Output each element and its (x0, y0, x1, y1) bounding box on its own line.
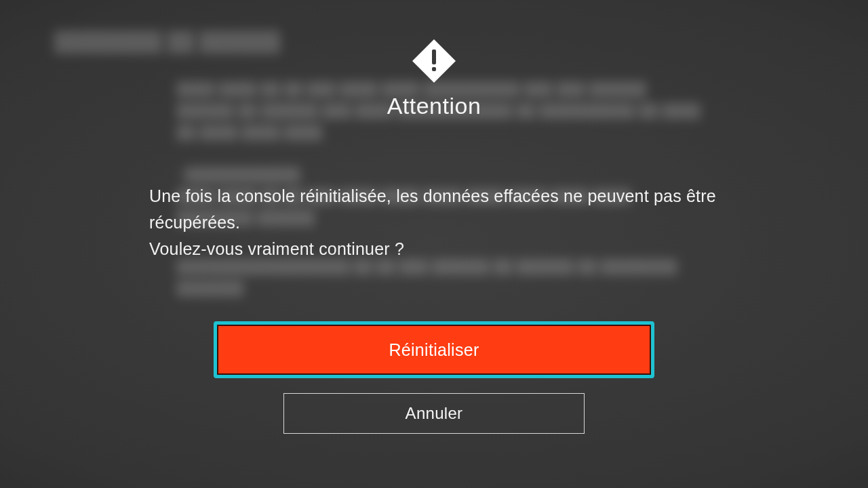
svg-rect-2 (432, 67, 436, 71)
primary-button-focus-ring: Réinitialiser (214, 321, 654, 378)
dialog-message: Une fois la console réinitialisée, les d… (149, 183, 719, 262)
cancel-button[interactable]: Annuler (283, 393, 585, 434)
dialog-actions: Réinitialiser Annuler (214, 321, 654, 434)
reset-button[interactable]: Réinitialiser (217, 325, 651, 375)
dialog-message-line-1: Une fois la console réinitialisée, les d… (149, 183, 719, 236)
dialog-title: Attention (387, 93, 481, 119)
svg-rect-1 (432, 49, 436, 64)
dialog-message-line-2: Voulez-vous vraiment continuer ? (149, 236, 719, 262)
confirmation-dialog: Attention Une fois la console réinitiali… (0, 0, 868, 488)
warning-icon (410, 37, 458, 85)
